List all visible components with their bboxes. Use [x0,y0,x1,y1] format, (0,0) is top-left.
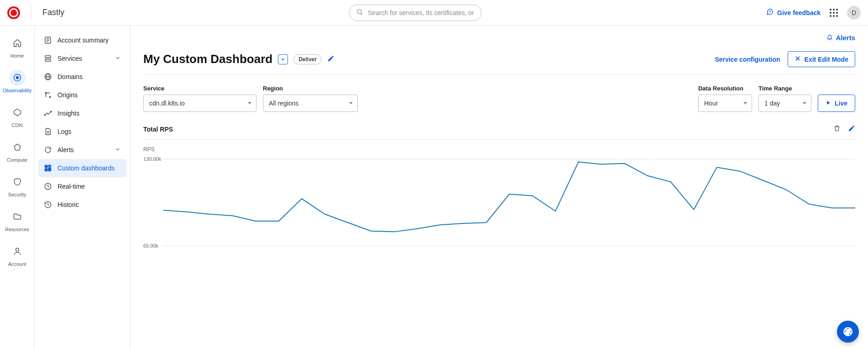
content: Alerts My Custom Dashboard Deliver Servi… [131,26,868,349]
time-range-select[interactable]: 1 day [758,95,811,112]
avatar-initial: D [852,9,856,16]
rail-item-security[interactable]: Security [0,172,34,199]
sidebar-item-insights[interactable]: Insights [38,104,126,122]
rail-label: Observability [3,88,32,93]
select-value: 1 day [764,100,780,107]
svg-line-1 [361,13,362,15]
user-icon [9,243,26,259]
card-actions [833,125,855,134]
sidebar-item-label: Account summary [58,37,109,44]
svg-point-5 [16,77,18,79]
header-divider [143,74,855,75]
rail-label: Home [10,53,24,58]
svg-point-0 [357,9,361,13]
nav-rail: Home Observability CDN Compute Security [0,26,35,349]
select-value: cdn.dl.k8s.io [149,100,185,107]
chart-ylabel: RPS [143,146,855,153]
cdn-icon [9,104,26,121]
brand-logo [7,6,20,19]
filter-label: Data Resolution [698,85,752,92]
select-value: Hour [704,100,718,107]
topbar-right: Give feedback D [766,6,861,20]
filter-label: Service [143,85,256,92]
svg-marker-7 [14,144,20,150]
svg-point-8 [16,248,19,251]
close-icon [795,55,801,63]
chevron-down-icon [115,146,121,154]
live-button[interactable]: Live [818,95,855,112]
card-title: Total RPS [143,126,173,133]
global-search[interactable] [349,5,481,21]
rail-item-home[interactable]: Home [0,33,34,60]
insights-icon [44,109,52,117]
rail-item-account[interactable]: Account [0,241,34,269]
title-dropdown[interactable] [278,54,288,64]
rail-label: CDN [12,122,23,128]
logs-icon [44,127,52,136]
history-icon [44,201,52,209]
svg-point-20 [44,115,45,116]
sidebar-item-account-summary[interactable]: Account summary [38,31,126,49]
sidebar-item-real-time[interactable]: Real-time [38,177,126,196]
svg-point-18 [45,92,47,94]
live-label: Live [835,100,847,107]
bell-icon [826,34,833,42]
apps-icon[interactable] [830,9,838,17]
avatar[interactable]: D [847,6,861,20]
svg-rect-27 [45,169,47,171]
sidebar-item-label: Origins [58,91,78,99]
rail-item-compute[interactable]: Compute [0,137,34,164]
topbar-divider [31,5,31,20]
sidebar-item-historic[interactable]: Historic [38,196,126,214]
help-fab[interactable] [837,321,859,343]
service-type-tag: Deliver [293,54,322,64]
sidebar-item-origins[interactable]: Origins [38,86,126,104]
alerts-link-label: Alerts [836,34,855,42]
delete-chart-button[interactable] [833,125,841,134]
region-select[interactable]: All regions [263,95,358,112]
summary-icon [44,36,52,44]
chevron-down-icon [115,55,121,63]
topbar: Fastly Give feedback D [0,0,868,26]
sidebar-item-label: Alerts [58,146,74,153]
svg-rect-14 [45,59,51,62]
sidebar-item-custom-dashboards[interactable]: Custom dashboards [38,159,126,177]
rail-item-observability[interactable]: Observability [0,68,34,95]
rail-item-resources[interactable]: Resources [0,206,34,234]
svg-point-19 [49,96,51,98]
edit-title-icon[interactable] [327,55,335,64]
card-header: Total RPS [143,125,855,134]
sidebar-item-domains[interactable]: Domains [38,68,126,86]
ytick-label: 65.00k [143,243,163,249]
exit-edit-mode-button[interactable]: Exit Edit Mode [788,51,855,67]
alerts-link[interactable]: Alerts [826,34,855,42]
svg-marker-31 [827,101,830,105]
rail-label: Resources [5,227,29,232]
svg-rect-13 [45,56,51,58]
edit-chart-button[interactable] [848,125,855,134]
data-resolution-select[interactable]: Hour [698,95,752,112]
give-feedback-link[interactable]: Give feedback [766,8,821,17]
feedback-icon [766,8,774,17]
home-icon [9,35,26,51]
sidebar-item-label: Domains [58,73,83,80]
rail-label: Account [8,261,26,267]
sidebar-item-label: Services [58,55,82,62]
sidebar-item-services[interactable]: Services [38,49,126,68]
rail-item-cdn[interactable]: CDN [0,102,34,130]
origins-icon [44,91,52,99]
shield-icon [9,174,26,190]
sidebar-item-label: Logs [58,128,71,135]
exit-edit-label: Exit Edit Mode [805,56,848,63]
filter-label: Time Range [758,85,811,92]
search-input[interactable] [368,9,475,16]
sidebar-item-alerts[interactable]: Alerts [38,141,126,159]
sidebar-item-label: Historic [58,201,79,208]
service-select[interactable]: cdn.dl.k8s.io [143,95,256,112]
ytick-label: 130.00k [143,156,163,162]
svg-rect-26 [48,168,51,171]
sidebar-item-label: Insights [58,110,79,117]
services-icon [44,54,52,63]
sidebar-item-logs[interactable]: Logs [38,122,126,141]
service-config-link[interactable]: Service configuration [715,56,780,63]
